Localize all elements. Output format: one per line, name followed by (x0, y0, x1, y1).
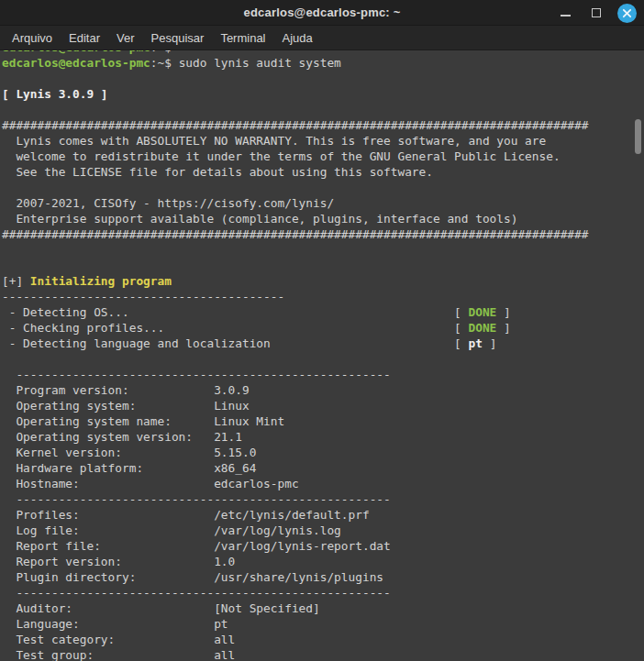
terminal-line: Plugin directory: /usr/share/lynis/plugi… (2, 569, 644, 585)
terminal-line: Language: pt (2, 616, 644, 632)
terminal[interactable]: edcarlos@edcarlos-pmc:~$ edcarlos@edcarl… (0, 50, 644, 661)
menu-bar: ArquivoEditarVerPesquisarTerminalAjuda (0, 26, 644, 50)
menu-item-editar[interactable]: Editar (61, 28, 108, 49)
maximize-button[interactable] (586, 3, 606, 23)
terminal-line: Program version: 3.0.9 (2, 382, 644, 398)
terminal-line: Profiles: /etc/lynis/default.prf (2, 507, 644, 523)
terminal-line: Lynis comes with ABSOLUTELY NO WARRANTY.… (2, 133, 644, 149)
close-icon (622, 8, 632, 18)
window-title: edcarlos@edcarlos-pmc: ~ (243, 6, 400, 19)
terminal-line: welcome to redistribute it under the ter… (2, 149, 644, 164)
terminal-line: Operating system name: Linux Mint (2, 413, 644, 429)
terminal-line: Log file: /var/log/lynis.log (2, 523, 644, 538)
section-header: [+] Initializing program (2, 273, 644, 289)
terminal-line: Operating system: Linux (2, 398, 644, 413)
title-bar: edcarlos@edcarlos-pmc: ~ (0, 0, 644, 26)
53: ----------------------------------------… (2, 367, 644, 382)
40: ---------------------------------------- (2, 289, 644, 304)
terminal-line (2, 102, 644, 117)
terminal-output: edcarlos@edcarlos-pmc:~$ edcarlos@edcarl… (0, 50, 644, 661)
terminal-line (2, 258, 644, 273)
scrollbar[interactable] (633, 50, 644, 661)
maximize-icon (592, 8, 601, 17)
53: ----------------------------------------… (2, 585, 644, 600)
lynis-version-line: [ Lynis 3.0.9 ] (2, 86, 644, 102)
prompt-line: edcarlos@edcarlos-pmc:~$ sudo lynis audi… (2, 55, 644, 71)
terminal-line (2, 180, 644, 195)
menu-item-terminal[interactable]: Terminal (212, 28, 273, 49)
menu-item-ver[interactable]: Ver (108, 28, 143, 49)
menu-item-ajuda[interactable]: Ajuda (274, 28, 321, 49)
83: ########################################… (2, 117, 644, 133)
menu-item-pesquisar[interactable]: Pesquisar (143, 28, 213, 49)
terminal-line (2, 242, 644, 258)
terminal-line: Report version: 1.0 (2, 554, 644, 569)
terminal-line (2, 71, 644, 86)
83: ########################################… (2, 226, 644, 242)
terminal-line: Hostname: edcarlos-pmc (2, 476, 644, 491)
terminal-line: Enterprise support available (compliance… (2, 211, 644, 226)
terminal-line: - Detecting OS... [ DONE ] (2, 304, 644, 320)
terminal-line: Auditor: [Not Specified] (2, 600, 644, 616)
close-button[interactable] (617, 4, 637, 23)
terminal-line: Hardware platform: x86_64 (2, 460, 644, 476)
window-controls (555, 0, 637, 26)
terminal-line (2, 351, 644, 367)
terminal-line: - Checking profiles... [ DONE ] (2, 320, 644, 336)
terminal-line: Kernel version: 5.15.0 (2, 445, 644, 460)
menu-item-arquivo[interactable]: Arquivo (4, 28, 61, 49)
terminal-line: Report file: /var/log/lynis-report.dat (2, 538, 644, 554)
53: ----------------------------------------… (2, 491, 644, 507)
minimize-button[interactable] (555, 3, 575, 23)
terminal-line: Test category: all (2, 632, 644, 647)
terminal-line: Test group: all (2, 647, 644, 661)
terminal-line: 2007-2021, CISOfy - https://cisofy.com/l… (2, 195, 644, 211)
terminal-line: - Detecting language and localization [ … (2, 336, 644, 351)
scrollbar-thumb[interactable] (635, 119, 641, 154)
terminal-line: See the LICENSE file for details about u… (2, 164, 644, 180)
terminal-line: Operating system version: 21.1 (2, 429, 644, 445)
minimize-icon (561, 15, 571, 17)
